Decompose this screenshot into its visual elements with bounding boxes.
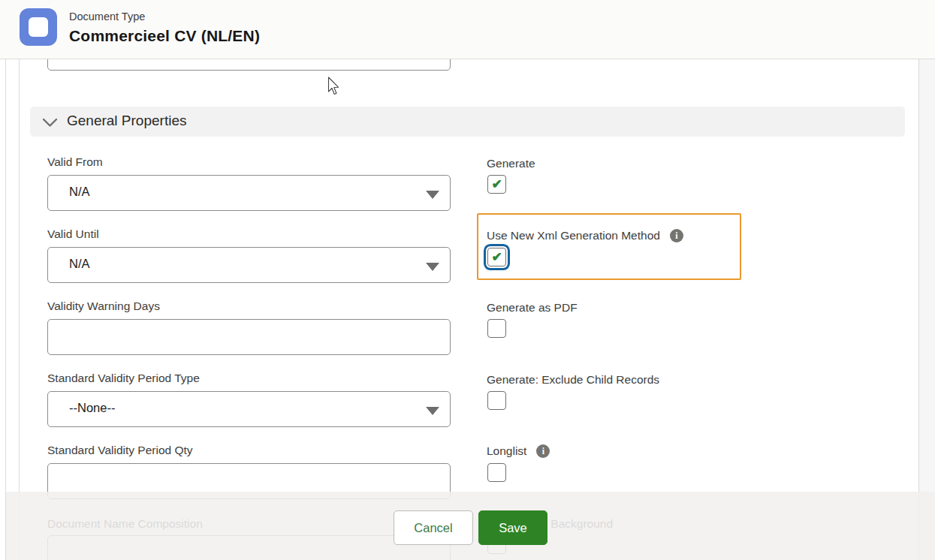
standard-validity-period-type-label: Standard Validity Period Type [47, 372, 200, 385]
use-new-xml-checkbox[interactable]: ✔ [487, 248, 506, 266]
valid-from-label: Valid From [47, 155, 103, 169]
generate-as-pdf-label: Generate as PDF [487, 301, 578, 315]
check-icon: ✔ [491, 178, 502, 191]
generate-exclude-child-records-checkbox[interactable] [487, 391, 506, 410]
left-border-line [5, 59, 6, 560]
use-new-xml-label-text: Use New Xml Generation Method [487, 229, 660, 242]
dropdown-arrow-icon [426, 407, 439, 415]
validity-warning-days-input[interactable] [47, 319, 451, 355]
valid-from-value: N/A [69, 185, 90, 199]
dropdown-arrow-icon [426, 263, 439, 271]
standard-validity-period-type-select[interactable]: --None-- [47, 391, 451, 427]
save-button[interactable]: Save [478, 510, 547, 545]
section-general-properties[interactable]: General Properties [30, 107, 905, 137]
longlist-label: Longlist i [487, 444, 550, 458]
document-type-object-icon [20, 8, 57, 46]
scrollbar-gutter[interactable] [918, 59, 935, 560]
clipped-top-input[interactable] [47, 59, 451, 71]
mouse-cursor [327, 77, 341, 100]
valid-from-select[interactable]: N/A [47, 175, 451, 211]
form-content: General Properties Valid From N/A Valid … [20, 59, 918, 560]
check-icon: ✔ [491, 251, 502, 263]
info-icon[interactable]: i [670, 229, 683, 242]
dropdown-arrow-icon [426, 191, 439, 199]
page-header: Document Type Commercieel CV (NL/EN) [0, 0, 935, 59]
cancel-button[interactable]: Cancel [394, 510, 473, 545]
generate-as-pdf-checkbox[interactable] [487, 319, 506, 338]
info-icon[interactable]: i [536, 444, 550, 458]
generate-exclude-child-records-label: Generate: Exclude Child Records [487, 373, 659, 387]
standard-validity-period-type-value: --None-- [69, 401, 115, 415]
use-new-xml-label: Use New Xml Generation Method i [487, 229, 683, 242]
object-icon-glyph [29, 17, 48, 37]
use-new-xml-highlight-box [477, 213, 741, 280]
valid-until-label: Valid Until [47, 227, 99, 241]
chevron-down-icon [42, 117, 58, 131]
page-title: Commercieel CV (NL/EN) [69, 27, 260, 45]
object-label: Document Type [69, 11, 145, 23]
standard-validity-period-qty-label: Standard Validity Period Qty [47, 444, 193, 457]
document-type-edit-screen: Document Type Commercieel CV (NL/EN) Gen… [0, 0, 935, 560]
generate-checkbox[interactable]: ✔ [487, 175, 506, 194]
longlist-label-text: Longlist [487, 444, 526, 458]
valid-until-select[interactable]: N/A [47, 247, 451, 283]
longlist-checkbox[interactable] [487, 463, 506, 482]
validity-warning-days-label: Validity Warning Days [47, 300, 160, 313]
generate-label: Generate [487, 157, 535, 170]
valid-until-value: N/A [69, 257, 90, 271]
section-title: General Properties [67, 113, 186, 129]
